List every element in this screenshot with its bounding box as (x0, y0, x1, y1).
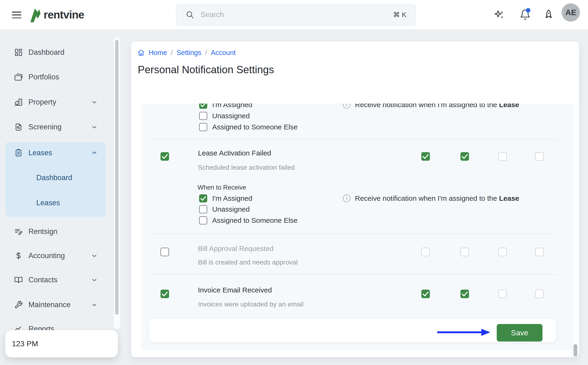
sidebar-item-portfolios[interactable]: Portfolios (0, 69, 111, 85)
breadcrumb-home[interactable]: Home (149, 49, 167, 57)
channel-checkbox[interactable] (460, 290, 469, 298)
breadcrumb-separator: / (171, 49, 173, 57)
search-input[interactable] (200, 10, 387, 19)
annotation-arrow (436, 328, 492, 337)
row-checkbox[interactable] (161, 290, 169, 298)
global-search[interactable]: ⌘ K (176, 4, 416, 26)
sidebar-item-leases[interactable]: Leases (0, 144, 111, 161)
option-label: I'm Assigned (212, 194, 252, 202)
chevron-up-icon (91, 150, 98, 156)
search-shortcut: ⌘ K (393, 11, 406, 19)
when-option: I'm Assigned (199, 104, 252, 110)
sidebar-label: Contacts (28, 276, 57, 284)
dashboard-icon (14, 48, 23, 57)
channel-checkbox[interactable] (498, 152, 507, 161)
sidebar-item-rentsign[interactable]: Rentsign (0, 223, 111, 240)
when-info: i Receive notification when I'm assigned… (343, 104, 519, 110)
option-checkbox[interactable] (199, 205, 207, 213)
sidebar-label: Rentsign (28, 227, 57, 236)
channel-checkbox[interactable] (535, 248, 544, 256)
when-option: Unassigned (199, 204, 250, 215)
notification-settings-list: I'm Assigned i Receive notification when… (141, 104, 572, 350)
option-label: I'm Assigned (212, 104, 252, 109)
when-option: Assigned to Someone Else (199, 122, 298, 133)
accounting-icon (14, 252, 23, 260)
sidebar-scrollbar-thumb[interactable] (115, 40, 119, 315)
chevron-down-icon (91, 99, 98, 105)
menu-icon[interactable] (12, 12, 21, 18)
option-checkbox[interactable] (199, 194, 207, 202)
sidebar-item-property[interactable]: Property (0, 94, 111, 111)
portfolios-icon (14, 73, 23, 81)
sidebar-label: Accounting (28, 252, 65, 260)
channel-checkbox[interactable] (535, 152, 544, 161)
channel-checkbox[interactable] (535, 290, 544, 298)
option-checkbox[interactable] (199, 112, 207, 120)
info-icon[interactable]: i (343, 104, 350, 109)
row-description: Scheduled lease activation failed (198, 164, 295, 171)
breadcrumb-separator: / (205, 49, 207, 57)
breadcrumb: Home / Settings / Account (137, 47, 236, 58)
row-divider (149, 139, 556, 140)
option-label: Unassigned (212, 205, 250, 213)
sidebar-item-maintenance[interactable]: Maintenance (0, 296, 111, 313)
save-button[interactable]: Save (497, 324, 542, 342)
chevron-down-icon (91, 277, 98, 283)
avatar-initials: AE (566, 8, 576, 17)
user-avatar[interactable]: AE (562, 3, 580, 21)
when-to-receive-label: When to Receive (198, 184, 246, 191)
channel-checkbox[interactable] (421, 248, 430, 256)
option-checkbox[interactable] (199, 123, 207, 131)
chevron-down-icon (91, 253, 98, 259)
card-scrollbar-track (572, 104, 579, 357)
channel-checkbox[interactable] (421, 152, 430, 161)
sidebar-subitem-dashboard[interactable]: Dashboard (0, 171, 111, 185)
rentvine-logo-icon (28, 6, 41, 23)
breadcrumb-settings[interactable]: Settings (176, 49, 201, 57)
channel-checkbox[interactable] (460, 248, 469, 256)
row-title: Invoice Email Received (198, 286, 272, 294)
ai-sparkles-icon[interactable] (494, 9, 505, 20)
screening-icon (14, 123, 23, 131)
when-option: Unassigned (199, 111, 250, 121)
contacts-icon (14, 276, 23, 284)
when-option: I'm Assigned (199, 193, 252, 204)
row-description: Bill is created and needs approval (198, 259, 298, 266)
notification-badge (526, 8, 530, 13)
sidebar-label: Maintenance (28, 301, 71, 309)
settings-card: Home / Settings / Account Personal Notif… (131, 42, 579, 357)
sidebar-item-accounting[interactable]: Accounting (0, 247, 111, 264)
row-checkbox[interactable] (161, 152, 169, 161)
option-label: Assigned to Someone Else (212, 123, 298, 131)
option-label: Unassigned (212, 112, 250, 120)
sidebar-item-screening[interactable]: Screening (0, 119, 111, 136)
chevron-down-icon (91, 124, 98, 130)
top-bar: rentvine ⌘ K (0, 0, 588, 30)
when-option: Assigned to Someone Else (199, 215, 298, 226)
option-checkbox[interactable] (199, 216, 207, 225)
channel-checkbox[interactable] (460, 152, 469, 161)
sidebar-item-contacts[interactable]: Contacts (0, 271, 111, 288)
sidebar-item-dashboard[interactable]: Dashboard (0, 44, 111, 61)
channel-checkbox[interactable] (498, 248, 507, 256)
rentvine-logo[interactable]: rentvine (28, 6, 84, 23)
chevron-down-icon (91, 302, 98, 308)
channel-checkbox[interactable] (498, 290, 507, 298)
maintenance-icon (14, 301, 23, 309)
rentsign-icon (14, 227, 23, 236)
when-info: i Receive notification when I'm assigned… (343, 193, 519, 204)
breadcrumb-account[interactable]: Account (211, 49, 236, 57)
sidebar-sublabel: Leases (36, 199, 60, 207)
info-icon[interactable]: i (343, 195, 350, 202)
channel-checkbox[interactable] (421, 290, 430, 298)
option-label: Assigned to Someone Else (212, 216, 298, 225)
option-checkbox[interactable] (199, 104, 207, 109)
row-title: Bill Approval Requested (198, 245, 274, 253)
leases-icon (14, 149, 23, 157)
card-scrollbar-thumb[interactable] (574, 344, 577, 357)
row-checkbox[interactable] (161, 248, 169, 256)
property-icon (14, 98, 23, 106)
sidebar-sublabel: Dashboard (36, 174, 72, 182)
rocket-icon[interactable] (543, 9, 554, 20)
sidebar-subitem-leases[interactable]: Leases (0, 196, 111, 210)
